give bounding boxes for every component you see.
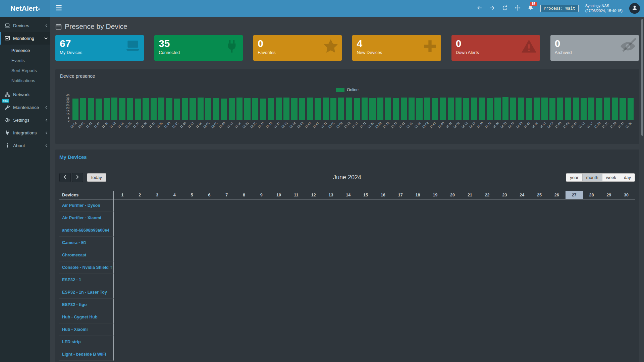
chart-bar xyxy=(369,98,375,121)
day-header-1: 1 xyxy=(114,191,131,199)
chart-bar xyxy=(448,98,454,120)
chart-bar xyxy=(479,98,485,120)
sidebar-item-about[interactable]: About xyxy=(0,139,50,152)
chart-bar xyxy=(393,98,399,121)
vertical-scrollbar[interactable] xyxy=(641,19,643,136)
device-name-link[interactable]: Air Purifier - Xiaomi xyxy=(59,212,114,224)
view-year-button[interactable]: year xyxy=(566,173,582,182)
day-header-24: 24 xyxy=(513,191,531,199)
my-devices-panel: My Devices today June 2024 year month we… xyxy=(55,149,639,362)
device-name-link[interactable]: LED strip xyxy=(59,336,114,348)
chart-bar xyxy=(518,98,524,120)
device-name-link[interactable]: Chromecast xyxy=(59,249,114,261)
device-name-link[interactable]: Console - Nvidia Shield T xyxy=(59,261,114,274)
y-tick-label: 35 xyxy=(66,97,69,100)
y-tick-label: 40 xyxy=(66,94,69,97)
laptop-icon xyxy=(5,23,10,28)
view-month-button[interactable]: month xyxy=(582,173,602,182)
chart-bar xyxy=(236,98,243,120)
sidebar-item-events[interactable]: Events xyxy=(0,55,50,65)
nav-back-button[interactable] xyxy=(477,5,483,11)
chart-bar xyxy=(88,98,94,121)
day-header-26: 26 xyxy=(548,191,566,199)
legend-label: Online xyxy=(347,87,359,92)
device-name-link[interactable]: android-68608b93a00e4 xyxy=(59,224,114,237)
sidebar-item-notifications[interactable]: Notifications xyxy=(0,75,50,85)
calendar-header: Devices 12345678910111213141516171819202… xyxy=(59,191,635,199)
day-header-10: 10 xyxy=(270,191,287,199)
view-week-button[interactable]: week xyxy=(602,173,620,182)
sidebar-item-presence[interactable]: Presence xyxy=(0,45,50,55)
notifications-button[interactable]: 15 xyxy=(528,5,534,12)
device-name-link[interactable]: Camera - E1 xyxy=(59,237,114,249)
chart-bar xyxy=(549,98,555,121)
day-header-13: 13 xyxy=(322,191,340,199)
device-name-link[interactable]: Hub - Cygnet Hub xyxy=(59,311,114,323)
sidebar-item-integrations[interactable]: Integrations xyxy=(0,126,50,139)
wrench-icon xyxy=(5,105,10,110)
process-status[interactable]: Process: Wait xyxy=(540,5,579,12)
card-my-devices[interactable]: 67 My Devices xyxy=(55,35,144,61)
day-header-18: 18 xyxy=(409,191,427,199)
chart-bar xyxy=(182,98,188,121)
calendar-month-title: June 2024 xyxy=(333,174,361,181)
legend-swatch-online xyxy=(336,88,344,92)
sidebar-item-maintenance[interactable]: new Maintenance xyxy=(0,101,50,114)
device-name-link[interactable]: ESP32 - ttgo xyxy=(59,299,114,311)
card-new-devices[interactable]: 4 New Devices xyxy=(352,35,441,61)
user-avatar[interactable] xyxy=(629,3,640,14)
calendar-today-button[interactable]: today xyxy=(87,173,106,182)
device-name-link[interactable]: ESP32 - 1 xyxy=(59,274,114,286)
day-header-23: 23 xyxy=(496,191,514,199)
chart-bar xyxy=(244,98,250,121)
sidebar-item-monitoring[interactable]: Monitoring xyxy=(0,32,50,45)
calendar-view-switcher: year month week day xyxy=(566,173,635,182)
calendar-next-button[interactable] xyxy=(72,173,83,182)
chart-bar xyxy=(299,98,305,121)
device-name-link[interactable]: Hub - Xiaomi xyxy=(59,323,114,336)
day-header-19: 19 xyxy=(426,191,444,199)
card-down-alerts[interactable]: 0 Down Alerts xyxy=(451,35,540,61)
chart-bar xyxy=(362,98,368,120)
card-connected[interactable]: 35 Connected xyxy=(154,35,243,61)
calendar-toolbar: today June 2024 year month week day xyxy=(59,173,635,182)
eye-slash-icon xyxy=(620,38,636,55)
y-tick-label: 25 xyxy=(66,103,69,107)
y-tick-label: 30 xyxy=(66,100,69,103)
device-name-link[interactable]: Light - bedside B WiFi xyxy=(59,348,114,361)
device-name-link[interactable]: Air Purifier - Dyson xyxy=(59,199,114,212)
card-archived[interactable]: 0 Archived xyxy=(550,35,639,61)
arrow-left-icon xyxy=(477,5,482,12)
sidebar-toggle-button[interactable] xyxy=(56,5,62,12)
day-header-30: 30 xyxy=(618,191,635,199)
day-header-21: 21 xyxy=(461,191,479,199)
chart-bar xyxy=(416,98,422,121)
chart-bar xyxy=(174,99,180,120)
nav-forward-button[interactable] xyxy=(489,5,495,11)
chart-bar xyxy=(487,98,493,121)
day-header-17: 17 xyxy=(392,191,409,199)
day-header-9: 9 xyxy=(253,191,270,199)
card-favorites[interactable]: 0 Favorites xyxy=(253,35,342,61)
chart-bar xyxy=(158,98,164,120)
move-button[interactable] xyxy=(515,5,521,11)
calendar-body: Air Purifier - DysonAir Purifier - Xiaom… xyxy=(59,199,635,361)
sidebar-item-settings[interactable]: Settings xyxy=(0,114,50,126)
chart-bar xyxy=(455,98,462,120)
view-day-button[interactable]: day xyxy=(620,173,635,182)
calendar-prev-button[interactable] xyxy=(59,173,71,182)
chart-bar xyxy=(323,98,329,120)
sidebar-item-devices[interactable]: Devices xyxy=(0,19,50,32)
chart-bar xyxy=(72,99,78,120)
bell-icon xyxy=(528,6,534,12)
device-name-link[interactable]: ESP32 - 1n - Laser Toy xyxy=(59,286,114,299)
gear-icon xyxy=(5,117,10,123)
day-header-3: 3 xyxy=(149,191,166,199)
chart-bar xyxy=(588,98,594,120)
sidebar-item-sent-reports[interactable]: Sent Reports xyxy=(0,65,50,75)
refresh-button[interactable] xyxy=(502,5,508,11)
chart-bar xyxy=(127,98,133,121)
y-tick-label: 20 xyxy=(66,106,69,110)
app-logo[interactable]: NetAlertx xyxy=(0,0,50,17)
chevron-left-icon xyxy=(45,106,48,109)
